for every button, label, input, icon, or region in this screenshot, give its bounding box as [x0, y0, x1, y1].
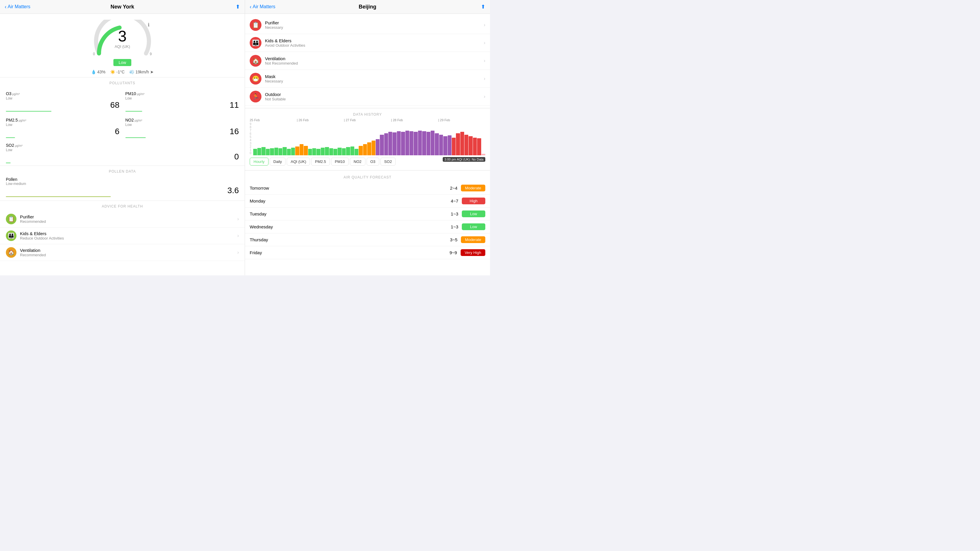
y-label-1: 1	[250, 148, 251, 151]
right-purifier-icon: 📋	[250, 19, 261, 31]
chart-bar-14	[312, 148, 316, 155]
info-icon[interactable]: ℹ	[148, 22, 150, 28]
wind-item: 💨 19km/h ➤	[129, 70, 154, 74]
o3-status: Low	[6, 96, 119, 100]
pollutant-so2: SO2 μg/m³ Low 0	[0, 143, 245, 165]
right-mask-sub: Necessary	[265, 79, 484, 83]
advice-label: ADVICE FOR HEALTH	[0, 200, 245, 210]
kids-elders-chevron: ›	[237, 233, 239, 238]
chart-bar-20	[337, 148, 341, 155]
forecast-range-tuesday: 1~3	[451, 211, 458, 216]
temp-value: -1°C	[116, 70, 124, 74]
chart-tooltip: 3:00 pm AQI (UK): No Data	[443, 157, 485, 162]
chart-bar-0	[253, 149, 257, 155]
chart-bar-21	[342, 148, 346, 155]
chart-btn-so2[interactable]: SO2	[380, 158, 396, 165]
chart-bars-container: 3:00 pm AQI (UK): No Data	[253, 123, 485, 155]
chart-bar-4	[270, 148, 274, 155]
pollen-label: POLLEN DATA	[0, 165, 245, 175]
forecast-monday: Monday 4~7 High	[245, 195, 490, 208]
chart-btn-aqi[interactable]: AQI (UK)	[287, 158, 310, 165]
chart-bar-29	[376, 139, 380, 155]
right-outdoor-sub: Not Suitable	[265, 97, 484, 101]
chart-bar-6	[278, 148, 282, 155]
wind-icon: 💨	[129, 70, 134, 74]
right-advice-outdoor[interactable]: 🏃 Outdoor Not Suitable ›	[245, 88, 490, 106]
right-advice-mask[interactable]: 😷 Mask Necessary ›	[245, 70, 490, 88]
chart-btn-o3[interactable]: O3	[367, 158, 379, 165]
right-mask-title: Mask	[265, 74, 484, 79]
gauge-container: ℹ 3 AQI (UK)	[93, 20, 152, 55]
forecast-range-thursday: 3~5	[450, 237, 457, 242]
chart-btn-daily[interactable]: Daily	[270, 158, 286, 165]
pollen-value: 3.6	[228, 186, 239, 195]
right-ventilation-text: Ventilation Not Recommended	[265, 56, 484, 65]
purifier-icon: 📋	[6, 214, 16, 224]
advice-ventilation[interactable]: 🏠 Ventilation Recommended ›	[0, 244, 245, 261]
chart-bar-7	[283, 147, 286, 155]
weather-row: 💧 43% ☀️ -1°C 💨 19km/h ➤	[91, 70, 154, 74]
left-title: New York	[110, 4, 134, 10]
right-share-icon[interactable]: ⬆	[481, 3, 485, 10]
forecast-badge-thursday: Moderate	[461, 236, 485, 243]
advice-purifier[interactable]: 📋 Purifier Recommended ›	[0, 211, 245, 227]
chart-bar-23	[350, 146, 354, 155]
right-mask-text: Mask Necessary	[265, 74, 484, 83]
chart-label: DATA HISTORY	[245, 111, 490, 118]
chart-bar-1	[257, 148, 261, 155]
left-share-icon[interactable]: ⬆	[235, 3, 240, 10]
forecast-range-wednesday: 1~3	[451, 224, 458, 229]
right-advice-purifier[interactable]: 📋 Purifier Necessary ›	[245, 16, 490, 34]
right-kids-sub: Avoid Outdoor Activities	[265, 43, 484, 48]
o3-bar	[6, 111, 51, 111]
purifier-text: Purifier Recommended	[20, 214, 237, 224]
y-label-4: 4	[250, 138, 251, 142]
humidity-icon: 💧	[91, 70, 96, 74]
purifier-sub: Recommended	[20, 219, 237, 224]
chart-btn-pm10[interactable]: PM10	[331, 158, 349, 165]
chart-bar-40	[422, 131, 426, 155]
chart-bar-39	[418, 131, 422, 155]
chart-bar-17	[325, 147, 329, 155]
right-advice-ventilation[interactable]: 🏠 Ventilation Not Recommended ›	[245, 52, 490, 70]
right-kids-icon: 👪	[250, 37, 261, 49]
pollutants-label: POLLUTANTS	[0, 77, 245, 86]
right-back-chevron: ‹	[250, 4, 251, 10]
right-ventilation-title: Ventilation	[265, 56, 484, 61]
chart-bar-12	[304, 146, 307, 155]
chart-bar-42	[431, 131, 434, 155]
right-outdoor-chevron: ›	[484, 94, 485, 99]
chart-bar-36	[406, 131, 409, 155]
chart-btn-no2[interactable]: NO2	[350, 158, 366, 165]
forecast-tuesday: Tuesday 1~3 Low	[245, 208, 490, 221]
y-label-7: 7	[250, 129, 251, 132]
so2-unit: μg/m³	[14, 144, 22, 148]
chart-btn-pm25[interactable]: PM2.5	[311, 158, 330, 165]
chart-bar-37	[409, 131, 413, 155]
right-purifier-chevron: ›	[484, 22, 485, 28]
chart-bar-43	[435, 133, 439, 155]
chart-bar-31	[384, 133, 388, 155]
no2-unit: μg/m³	[134, 119, 142, 122]
right-back-button[interactable]: ‹ Air Matters	[250, 4, 275, 10]
ventilation-chevron: ›	[237, 250, 239, 255]
left-panel: ‹ Air Matters New York ⬆ ℹ 3 AQI (UK) 0 …	[0, 0, 245, 275]
pollutant-pm10: PM10 μg/m³ Low 11	[126, 89, 239, 114]
y-label-3: 3	[250, 142, 251, 145]
chart-bar-9	[291, 148, 295, 155]
y-label-6: 6	[250, 132, 251, 135]
date-27feb: | 27 Feb	[344, 118, 391, 122]
left-back-button[interactable]: ‹ Air Matters	[5, 4, 30, 10]
chart-bar-24	[355, 149, 358, 155]
y-axis: 0 1 2 3 4 5 6 7 8 9	[250, 123, 251, 155]
chart-bar-11	[300, 144, 304, 155]
right-ventilation-icon: 🏠	[250, 55, 261, 67]
right-header: ‹ Air Matters Beijing ⬆	[245, 0, 490, 14]
gauge-section: ℹ 3 AQI (UK) 0 9 Low 💧 43% ☀️	[0, 14, 245, 77]
chart-bar-51	[469, 136, 473, 155]
right-advice-kids[interactable]: 👪 Kids & Elders Avoid Outdoor Activities…	[245, 34, 490, 52]
left-header: ‹ Air Matters New York ⬆	[0, 0, 245, 14]
chart-btn-hourly[interactable]: Hourly	[250, 158, 269, 165]
advice-list: 📋 Purifier Recommended › 👪 Kids & Elders…	[0, 210, 245, 262]
advice-kids-elders[interactable]: 👪 Kids & Elders Reduce Outdoor Activitie…	[0, 227, 245, 244]
